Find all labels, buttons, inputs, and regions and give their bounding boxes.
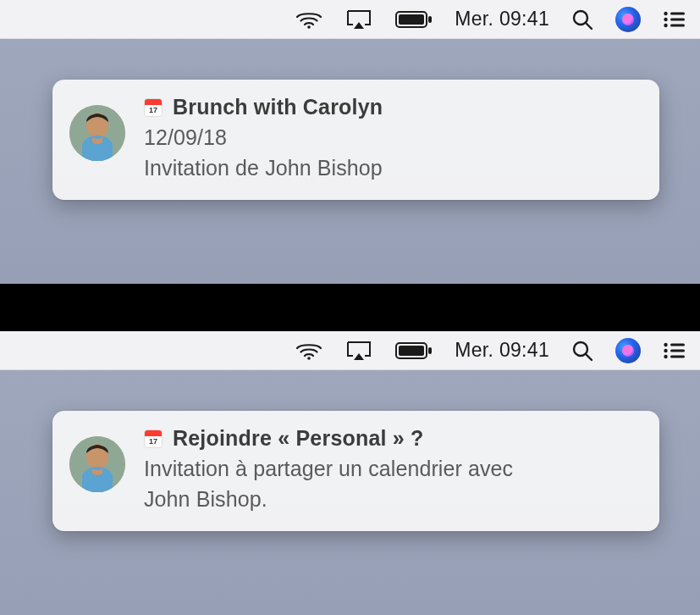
battery-icon[interactable] <box>395 10 433 29</box>
svg-point-6 <box>664 11 667 14</box>
menubar-top: Mer. 09:41 <box>0 0 700 39</box>
svg-line-20 <box>586 354 592 360</box>
calendar-app-icon <box>144 429 163 448</box>
notification-inviter: Invitation de John Bishop <box>144 153 637 184</box>
menubar-datetime[interactable]: Mer. 09:41 <box>455 8 549 30</box>
menubar-bottom: Mer. 09:41 <box>0 331 700 370</box>
notification-body-line1: Invitation à partager un calendrier avec <box>144 454 637 485</box>
siri-icon[interactable] <box>615 7 641 32</box>
notification-title: Brunch with Carolyn <box>173 95 383 119</box>
screenshot-top: Mer. 09:41 <box>0 0 700 284</box>
notification-content: Rejoindre « Personal » ? Invitation à pa… <box>144 426 637 514</box>
svg-point-15 <box>308 357 311 360</box>
notification-title: Rejoindre « Personal » ? <box>173 426 424 451</box>
wifi-icon[interactable] <box>295 9 322 30</box>
svg-rect-2 <box>399 14 424 25</box>
airplay-icon[interactable] <box>344 8 373 30</box>
battery-icon[interactable] <box>395 341 433 360</box>
svg-line-5 <box>586 23 592 29</box>
svg-rect-22 <box>670 343 685 346</box>
svg-rect-7 <box>670 12 685 14</box>
menubar-datetime[interactable]: Mer. 09:41 <box>455 339 549 362</box>
svg-point-25 <box>664 354 667 357</box>
svg-rect-24 <box>670 349 685 352</box>
svg-point-0 <box>308 25 311 29</box>
svg-rect-17 <box>399 346 424 356</box>
notification-center-icon[interactable] <box>663 10 685 29</box>
avatar <box>69 105 125 161</box>
screenshot-bottom: Mer. 09:41 <box>0 331 700 615</box>
notification-calendar-share[interactable]: Rejoindre « Personal » ? Invitation à pa… <box>52 411 659 531</box>
notification-date: 12/09/18 <box>144 123 637 153</box>
svg-rect-11 <box>670 24 685 26</box>
spotlight-search-icon[interactable] <box>571 340 593 362</box>
svg-point-21 <box>664 342 667 346</box>
wifi-icon[interactable] <box>295 341 322 361</box>
notification-event-invite[interactable]: Brunch with Carolyn 12/09/18 Invitation … <box>52 80 659 200</box>
svg-rect-9 <box>670 18 685 20</box>
notification-center-icon[interactable] <box>663 341 685 360</box>
spotlight-search-icon[interactable] <box>571 8 593 30</box>
svg-point-10 <box>664 23 667 26</box>
calendar-app-icon <box>144 98 163 117</box>
svg-point-23 <box>664 348 667 352</box>
notification-content: Brunch with Carolyn 12/09/18 Invitation … <box>144 95 637 183</box>
svg-point-8 <box>664 17 667 20</box>
notification-body-line2: John Bishop. <box>144 485 637 515</box>
airplay-icon[interactable] <box>344 340 373 362</box>
svg-rect-26 <box>670 355 685 357</box>
avatar <box>69 436 125 492</box>
divider <box>0 284 700 331</box>
svg-rect-3 <box>428 16 432 23</box>
siri-icon[interactable] <box>615 338 641 363</box>
svg-rect-18 <box>428 347 432 354</box>
